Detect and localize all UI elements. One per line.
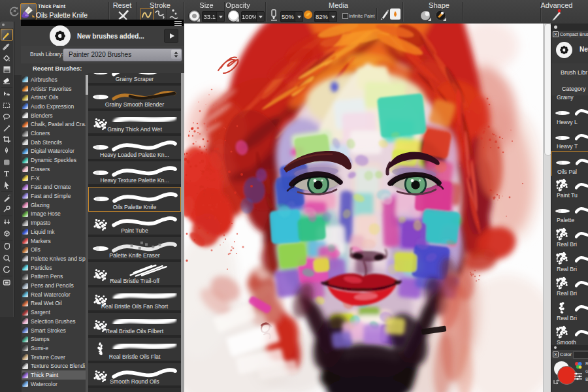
svg-text:T: T	[4, 169, 9, 178]
